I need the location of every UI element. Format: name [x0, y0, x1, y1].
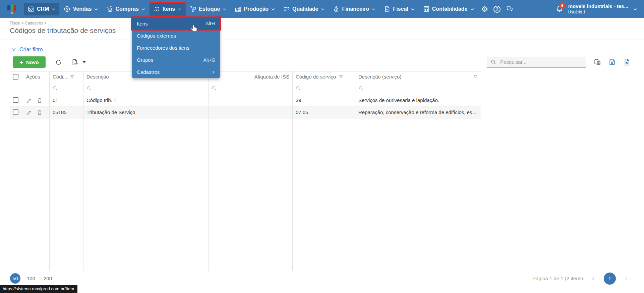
row-actions-cell: [23, 94, 50, 106]
chevron-down-icon: [320, 7, 325, 11]
search-input[interactable]: [500, 59, 577, 65]
menu-estoque[interactable]: Estoque: [186, 3, 230, 15]
chevron-down-icon: [177, 7, 182, 11]
dropdown-item-itens[interactable]: Itens Alt+I: [132, 17, 220, 30]
menu-label: Estoque: [199, 6, 220, 12]
dropdown-item-cadastros[interactable]: Cadastros: [132, 66, 220, 78]
menu-financeiro[interactable]: Financeiro: [329, 3, 379, 15]
save-layout-icon[interactable]: [608, 58, 616, 66]
chevron-down-icon: [51, 7, 56, 11]
page-size-50[interactable]: 50: [10, 273, 20, 284]
header-descricao-servico[interactable]: Descrição (serviço): [355, 71, 481, 82]
filter-cell-empty: [10, 82, 23, 94]
dropdown-item-grupos[interactable]: Grupos Alt+G: [132, 54, 220, 66]
cell-descricao[interactable]: Tributação de Serviço: [83, 106, 209, 118]
row-checkbox[interactable]: [13, 97, 18, 103]
cell-codigo-servico[interactable]: 39: [293, 94, 355, 106]
column-filter-icon[interactable]: [473, 75, 478, 79]
grid-filter-row: [10, 82, 481, 94]
grid-header-row: Ações Códi... Descrição Alíquota de ISS …: [10, 71, 481, 82]
row-select-cell[interactable]: [10, 106, 23, 118]
help-icon[interactable]: ?: [493, 6, 501, 13]
filter-cell-descricao-servico[interactable]: [355, 82, 481, 94]
account-name: moveis industriais - tes...: [568, 3, 628, 10]
cell-descricao-servico[interactable]: Reparação, conservação e reforma de edif…: [355, 106, 481, 118]
edit-pencil-icon[interactable]: [26, 109, 32, 115]
export-icon[interactable]: [71, 59, 78, 66]
notifications-bell-icon[interactable]: 4: [555, 5, 564, 13]
menu-compras[interactable]: Compras: [103, 3, 149, 15]
menu-label: Contabilidade: [432, 6, 468, 12]
column-chooser-icon[interactable]: [594, 58, 601, 66]
create-filter-label: Criar filtro: [19, 47, 43, 53]
row-checkbox[interactable]: [13, 109, 18, 115]
next-page-icon[interactable]: [624, 276, 629, 281]
new-button[interactable]: + Novo: [13, 56, 46, 68]
settings-gear-icon[interactable]: ⚙: [481, 5, 488, 13]
export-dropdown-caret[interactable]: [82, 61, 86, 63]
row-select-cell[interactable]: [10, 94, 23, 106]
filter-cell-aliquota[interactable]: [209, 82, 293, 94]
pager-navigation: Página 1 de 1 (2 itens) 1: [532, 273, 629, 285]
menu-qualidade[interactable]: Qualidade: [280, 3, 329, 15]
chat-icon[interactable]: [506, 5, 513, 13]
column-filter-icon[interactable]: [339, 75, 343, 79]
dropdown-item-label: Itens: [137, 21, 148, 27]
dropdown-item-label: Códigos externos: [137, 33, 176, 39]
chevron-down-icon[interactable]: [633, 7, 637, 11]
menu-label: Produção: [244, 6, 269, 12]
menu-producao[interactable]: Produção: [231, 3, 279, 15]
filter-cell-descricao[interactable]: [83, 82, 209, 94]
menu-label: Compras: [115, 6, 138, 12]
current-page-button[interactable]: 1: [604, 273, 616, 285]
header-acoes[interactable]: Ações: [23, 71, 50, 82]
reset-layout-icon[interactable]: [623, 58, 631, 66]
page-size-100[interactable]: 100: [25, 273, 37, 284]
breadcrumb[interactable]: Fiscal > Cadastros >: [10, 21, 644, 26]
chevron-down-icon: [470, 7, 474, 11]
column-filter-icon[interactable]: [70, 75, 74, 79]
menu-label: Itens: [163, 6, 175, 12]
menu-itens[interactable]: Itens: [150, 3, 185, 15]
refresh-icon[interactable]: [55, 59, 62, 66]
edit-pencil-icon[interactable]: [26, 97, 32, 103]
table-row: 05185 Tributação de Serviço 07.05 Repara…: [10, 106, 481, 118]
search-icon: [296, 86, 301, 91]
cell-descricao-servico[interactable]: Serviços de ourivesaria e lapidação.: [355, 94, 481, 106]
cell-codigo-servico[interactable]: 07.05: [293, 106, 355, 118]
filter-cell-codigo-servico[interactable]: [293, 82, 355, 94]
checklist-icon: [283, 6, 290, 12]
search-icon: [53, 86, 58, 91]
search-icon: [212, 86, 217, 91]
dropdown-item-codigos-externos[interactable]: Códigos externos: [132, 30, 220, 42]
cell-aliquota[interactable]: [209, 106, 293, 118]
filter-cell-empty: [23, 82, 50, 94]
previous-page-icon[interactable]: [591, 276, 596, 281]
cell-codigo[interactable]: 05185: [50, 106, 83, 118]
select-all-checkbox[interactable]: [13, 74, 18, 80]
grid-empty-area: [10, 118, 481, 271]
header-codigo-servico[interactable]: Código do serviço: [293, 71, 355, 82]
cell-codigo[interactable]: 01: [50, 94, 83, 106]
page-size-200[interactable]: 200: [42, 273, 54, 284]
header-codigo[interactable]: Códi...: [50, 71, 83, 82]
menu-vendas[interactable]: Vendas: [60, 3, 102, 15]
new-button-label: Novo: [26, 59, 39, 65]
cell-descricao[interactable]: Código trib. 1: [83, 94, 209, 106]
menu-contabilidade[interactable]: Contabilidade: [419, 3, 478, 15]
account-menu[interactable]: moveis industriais - tes... Usuário 1: [568, 3, 628, 15]
header-select-all[interactable]: [10, 71, 23, 82]
header-aliquota-iss[interactable]: Alíquota de ISS: [209, 71, 293, 82]
dropdown-item-fornecedores[interactable]: Fornecedores dos itens: [132, 42, 220, 54]
create-filter-link[interactable]: Criar filtro: [11, 46, 61, 54]
delete-trash-icon[interactable]: [37, 97, 43, 103]
menu-crm[interactable]: CRM: [24, 3, 59, 15]
menu-fiscal[interactable]: Fiscal: [380, 3, 418, 15]
app-logo[interactable]: [7, 4, 17, 14]
data-grid: Ações Códi... Descrição Alíquota de ISS …: [10, 71, 481, 271]
page-header: Fiscal > Cadastros > Códigos de tributaç…: [0, 18, 644, 40]
delete-trash-icon[interactable]: [37, 109, 43, 115]
chevron-down-icon: [94, 7, 98, 11]
filter-cell-codigo[interactable]: [50, 82, 83, 94]
cell-aliquota[interactable]: [209, 94, 293, 106]
